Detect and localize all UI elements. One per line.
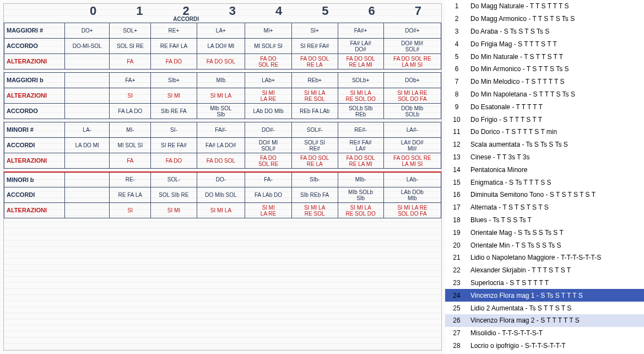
chord-cell: FA LAb DO	[245, 187, 292, 203]
chord-cell: LA+	[197, 23, 245, 39]
scale-number: 2	[448, 15, 465, 23]
chord-cell: DO#-	[245, 122, 292, 138]
scale-list-item[interactable]: 9Do Esatonale - T T T T T	[445, 100, 644, 113]
scale-number: 3	[448, 28, 465, 35]
scale-list-item[interactable]: 17Alternata - T S T S T S T S	[445, 201, 644, 214]
scale-text: Do Magg Naturale - T T S T T T S	[465, 2, 641, 10]
chord-cell: FA# LA DO#	[197, 138, 245, 153]
scale-number: 19	[448, 229, 465, 237]
scale-text: Do Min Napoletana - S T T T S Ts S	[465, 90, 641, 98]
chord-cell: SI MI LARE SOL DO	[338, 203, 383, 218]
chord-cell: RE#-	[338, 122, 383, 138]
scale-list-item[interactable]: 25Lidio 2 Aumentata - Ts S T T S T S	[445, 302, 644, 314]
chord-cell: SI MI LA RESOL DO FA	[383, 88, 441, 104]
scale-text: Vincenzo Flora mag 1 - S Ts S T T T S	[465, 292, 641, 299]
chord-cell: FA#+	[338, 23, 383, 39]
scale-list-item[interactable]: 5Do Min Naturale - T S T T S T T	[445, 50, 644, 63]
chord-cell: MIb SOLSIb	[197, 104, 245, 119]
scale-list-item[interactable]: 4Do Frigia Mag - S T T T S T T	[445, 37, 644, 50]
scale-list-item[interactable]: 14Pentatonica Minore	[445, 163, 644, 176]
row-label: MINORI b	[4, 172, 65, 187]
chord-cell: FA DO SOLRE LA MI	[338, 153, 383, 169]
col-header-5: 5	[302, 4, 348, 18]
chord-cell: FA DO SOL RELA MI SI	[383, 54, 441, 69]
scale-list-item[interactable]: 24Vincenzo Flora mag 1 - S Ts S T T T S	[445, 289, 644, 302]
chord-cell	[65, 187, 110, 203]
chord-cell: SIb REb FA	[291, 187, 338, 203]
scale-list-item[interactable]: 2Do Magg Armonico - T T S T S Ts S	[445, 13, 644, 25]
scale-list-item[interactable]: 15Enigmatica - S Ts T T T S S	[445, 176, 644, 189]
chord-cell: LAb DO MIb	[245, 104, 292, 119]
chord-cell: SOLb SIbREb	[338, 104, 383, 119]
chord-cell: SOL+	[110, 23, 151, 39]
chord-cell: SI RE FA#	[151, 138, 197, 153]
scale-number: 9	[448, 103, 465, 111]
chord-cell: SI	[110, 88, 151, 104]
chord-cell: MIb	[197, 73, 245, 88]
chord-cell: SOL-	[151, 172, 197, 187]
chord-cell: SOL#-	[291, 122, 338, 138]
scale-number: 28	[448, 342, 465, 350]
scale-number: 5	[448, 53, 465, 61]
scale-list-item[interactable]: 28Locrio o ipofrigio - S-T-T-S-T-T-T	[445, 340, 644, 352]
scale-list-item[interactable]: 3Do Araba - S Ts S T S Ts S	[445, 25, 644, 38]
chord-cell: DOb MIbSOLb	[383, 104, 441, 119]
scale-list-panel: 1Do Magg Naturale - T T S T T T S2Do Mag…	[445, 0, 644, 354]
scale-text: Lidio 2 Aumentata - Ts S T T S T S	[465, 304, 641, 312]
chord-cell: SOL# SIRE#	[291, 138, 338, 153]
accordi-sublabel: ACCORDI	[173, 16, 199, 22]
scale-number: 8	[448, 90, 465, 98]
chord-cell: SI RE# FA#	[291, 39, 338, 54]
scale-text: Cinese - T T 3s T 3s	[465, 153, 641, 161]
scale-list-item[interactable]: 23Superlocria - S T S T T T T	[445, 277, 644, 289]
scale-list-item[interactable]: 21Lidio o Napoletano Maggiore - T-T-T-S-…	[445, 251, 644, 264]
chord-cell: FA#-	[197, 122, 245, 138]
scale-text: Diminuita Semitono Tono - S T S T S T S …	[465, 191, 641, 199]
chord-cell: FA DO	[151, 54, 197, 69]
scale-list-item[interactable]: 13Cinese - T T 3s T 3s	[445, 151, 644, 164]
scale-text: Do Min Melodico - T S T T T T S	[465, 78, 641, 85]
scale-list-item[interactable]: 8Do Min Napoletana - S T T T S Ts S	[445, 88, 644, 101]
scale-number: 7	[448, 78, 465, 85]
row-label: MAGGIORI b	[4, 73, 65, 88]
scale-list-item[interactable]: 22Alexander Skrjabin - T T T S T S T	[445, 264, 644, 277]
scale-list-item[interactable]: 27Misolidio - T-T-S-T-T-S-T	[445, 327, 644, 340]
col-header-4: 4	[256, 4, 302, 18]
chord-cell: SI MI LA	[197, 88, 245, 104]
scale-number: 1	[448, 2, 465, 10]
scale-text: Lidio o Napoletano Maggiore - T-T-T-S-T-…	[465, 254, 641, 261]
table-row: ALTERAZIONISISI MISI MI LASI MILA RESI M…	[4, 203, 441, 218]
chord-cell: RE FA# LA	[151, 39, 197, 54]
scale-list-item[interactable]: 20Orientale Min - T S Ts S S Ts S	[445, 239, 644, 251]
scale-list-item[interactable]: 18Blues - Ts T S S Ts T	[445, 214, 644, 227]
chord-cell	[65, 54, 110, 69]
scale-list-item[interactable]: 7Do Min Melodico - T S T T T T S	[445, 76, 644, 88]
chord-cell: RE FA LA	[110, 187, 151, 203]
chord-cell: LA# DO#MI#	[383, 138, 441, 153]
table-row: MAGGIORI bFA+SIb+MIbLAb+REb+SOLb+DOb+	[4, 73, 441, 88]
chord-cell: MIb-	[338, 172, 383, 187]
scale-text: Do Magg Armonico - T T S T S Ts S	[465, 15, 641, 23]
music-paper: 012ACCORDI34567 MAGGIORI #DO+SOL+RE+LA+M…	[3, 3, 442, 351]
chord-cell: SOL SIb RE	[151, 187, 197, 203]
scale-list-item[interactable]: 12Scala aumentata - Ts S Ts S Ts S	[445, 138, 644, 151]
scale-list-item[interactable]: 11Do Dorico - T S T T T S T min	[445, 126, 644, 138]
scale-number: 15	[448, 179, 465, 186]
chord-cell: SOLb+	[338, 73, 383, 88]
chord-cell: MI-	[110, 122, 151, 138]
scale-number: 12	[448, 141, 465, 148]
scale-text: Locrio o ipofrigio - S-T-T-S-T-T-T	[465, 342, 641, 350]
scale-list-item[interactable]: 10Do Frigio - S T T T S T T	[445, 113, 644, 126]
chord-cell: SI MI LA RESOL DO FA	[383, 203, 441, 218]
chord-cell: MI+	[245, 23, 292, 39]
scale-list-item[interactable]: 26Vincenzo Flora mag 2 - S T T T T T S	[445, 314, 644, 327]
scale-text: Scala aumentata - Ts S Ts S Ts S	[465, 141, 641, 148]
scale-list-item[interactable]: 16Diminuita Semitono Tono - S T S T S T …	[445, 189, 644, 201]
scale-number: 17	[448, 203, 465, 211]
chord-cell: FA# LA#DO#	[338, 39, 383, 54]
scale-list-item[interactable]: 19Orientale Mag - S Ts S S Ts S T	[445, 226, 644, 239]
row-label: ALTERAZIONI	[4, 54, 65, 69]
table-row: ALTERAZIONISISI MISI MI LASI MILA RESI M…	[4, 88, 441, 104]
scale-list-item[interactable]: 6Do Min Armonico - T S T T S Ts S	[445, 63, 644, 76]
scale-list-item[interactable]: 1Do Magg Naturale - T T S T T T S	[445, 0, 644, 13]
